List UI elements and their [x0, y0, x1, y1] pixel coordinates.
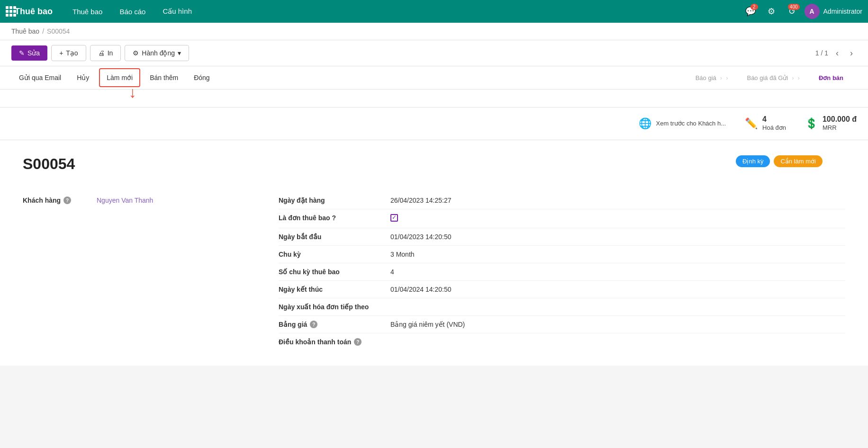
end-date-value: 01/04/2024 14:20:50	[390, 286, 451, 293]
start-date-label: Ngày bắt đầu	[279, 233, 383, 241]
money-icon: 💲	[805, 117, 818, 130]
edit-doc-icon: ✏️	[745, 117, 758, 130]
edit-label: Sửa	[27, 49, 40, 57]
subscription-label: Là đơn thuê bao ?	[279, 214, 383, 222]
toolbar: ✎ Sửa + Tạo 🖨 In ⚙ Hành động ▾ 1 / 1 ‹ ›	[0, 40, 868, 66]
nav-link-thue-bao[interactable]: Thuê bao	[64, 0, 111, 23]
step-arrow-1: ›	[720, 74, 722, 81]
doc-badges: Định kỳ Cần làm mới	[736, 155, 823, 167]
invoices-item[interactable]: ✏️ 4 Hoá đơn	[745, 115, 786, 132]
customer-field: Khách hàng ? Nguyen Van Thanh	[23, 192, 260, 209]
nav-link-cau-hinh[interactable]: Cấu hình	[154, 0, 200, 23]
top-navigation: Thuê bao Thuê bao Báo cáo Cấu hình 💬 2 ⚙…	[0, 0, 868, 23]
payment-terms-label: Điều khoản thanh toán ?	[279, 338, 383, 346]
end-date-field: Ngày kết thúc 01/04/2024 14:20:50	[279, 281, 845, 298]
user-avatar[interactable]: A	[805, 4, 820, 19]
document-number: S00054	[23, 155, 75, 173]
subscription-value	[390, 214, 398, 223]
brand-title: Thuê bao	[15, 7, 53, 17]
subscription-field: Là đơn thuê bao ?	[279, 209, 845, 228]
nav-links: Thuê bao Báo cáo Cấu hình	[64, 0, 200, 23]
fields-left: Khách hàng ? Nguyen Van Thanh	[23, 192, 260, 350]
print-button[interactable]: 🖨 In	[90, 45, 121, 61]
mrr-num: 100.000 đ	[823, 115, 857, 124]
step-order-label: Đơn bán	[819, 74, 843, 81]
edit-button[interactable]: ✎ Sửa	[11, 45, 47, 61]
step-arrow-2: ›	[792, 74, 794, 81]
preview-label: Xem trước cho Khách h...	[656, 119, 726, 128]
nav-link-bao-cao[interactable]: Báo cáo	[111, 0, 154, 23]
user-name[interactable]: Administrator	[823, 8, 862, 15]
chat-icon-btn[interactable]: 💬 2	[742, 3, 759, 20]
step-quote-label: Báo giá	[696, 74, 716, 81]
cancel-button[interactable]: Hủy	[69, 68, 97, 87]
mrr-item[interactable]: 💲 100.000 đ MRR	[805, 115, 857, 132]
action-label: Hành động	[142, 49, 175, 57]
globe-icon: 🌐	[639, 117, 651, 130]
end-date-label: Ngày kết thúc	[279, 286, 383, 293]
badge-dinh-ky: Định kỳ	[736, 155, 770, 167]
fields-right: Ngày đặt hàng 26/04/2023 14:25:27 Là đơn…	[279, 192, 845, 350]
breadcrumb: Thuê bao / S00054	[0, 23, 868, 40]
doc-header-row: S00054 Định kỳ Cần làm mới	[23, 155, 845, 177]
email-button[interactable]: Gửi qua Email	[11, 68, 69, 87]
payment-terms-help-icon[interactable]: ?	[354, 338, 362, 346]
annotation-area: ↓	[0, 90, 868, 108]
red-arrow-annotation: ↓	[129, 85, 136, 100]
cycle-field: Chu kỳ 3 Month	[279, 246, 845, 263]
grid-menu-icon[interactable]	[6, 9, 10, 14]
subscription-count-field: Số chu kỳ thuê bao 4	[279, 263, 845, 281]
invoices-num: 4	[762, 115, 786, 124]
info-bar: 🌐 Xem trước cho Khách h... ✏️ 4 Hoá đơn …	[0, 108, 868, 140]
chat-badge: 2	[750, 4, 758, 10]
customer-label-text: Khách hàng	[23, 197, 61, 204]
main-content: 🌐 Xem trước cho Khách h... ✏️ 4 Hoá đơn …	[0, 108, 868, 366]
clock-icon-btn[interactable]: ↺ 400	[784, 3, 801, 20]
chevron-down-icon: ▾	[178, 49, 181, 57]
step-sent-label: Báo giá đã Gửi	[747, 74, 788, 81]
nav-right: 💬 2 ⚙ ↺ 400 A Administrator	[742, 3, 862, 20]
invoices-info: 4 Hoá đơn	[762, 115, 786, 132]
fields-section: Khách hàng ? Nguyen Van Thanh Ngày đặt h…	[23, 192, 845, 350]
badge-can-lam-moi: Cần làm mới	[774, 155, 823, 167]
prev-arrow[interactable]: ‹	[832, 46, 842, 60]
preview-item[interactable]: 🌐 Xem trước cho Khách h...	[639, 117, 726, 130]
next-invoice-label: Ngày xuất hóa đơn tiếp theo	[279, 303, 383, 311]
price-list-label: Bảng giá ?	[279, 321, 383, 328]
step-sent[interactable]: Báo giá đã Gửi ›	[737, 69, 809, 87]
breadcrumb-current: S00054	[47, 27, 70, 35]
action-button[interactable]: ⚙ Hành động ▾	[125, 45, 189, 61]
subscription-count-label: Số chu kỳ thuê bao	[279, 268, 383, 276]
close-button[interactable]: Đóng	[186, 68, 217, 87]
subscription-checkbox[interactable]	[390, 214, 398, 222]
printer-icon: 🖨	[98, 49, 105, 57]
plus-icon: +	[59, 49, 63, 57]
gear-icon: ⚙	[133, 49, 139, 57]
invoices-label: Hoá đơn	[762, 124, 786, 132]
settings-icon-btn[interactable]: ⚙	[763, 3, 780, 20]
customer-help-icon[interactable]: ?	[63, 197, 71, 204]
mrr-label: MRR	[823, 124, 857, 132]
order-date-field: Ngày đặt hàng 26/04/2023 14:25:27	[279, 192, 845, 209]
print-label: In	[108, 49, 113, 57]
next-arrow[interactable]: ›	[846, 46, 857, 60]
pagination-text: 1 / 1	[815, 49, 828, 57]
create-label: Tạo	[66, 49, 78, 57]
price-list-field: Bảng giá ? Bảng giá niêm yết (VND)	[279, 316, 845, 333]
edit-icon: ✎	[19, 49, 25, 57]
cycle-value: 3 Month	[390, 251, 415, 258]
price-list-help-icon[interactable]: ?	[310, 321, 317, 328]
start-date-value: 01/04/2023 14:20:50	[390, 233, 451, 241]
step-order[interactable]: Đơn bán	[809, 69, 857, 87]
create-button[interactable]: + Tạo	[51, 45, 86, 61]
document-content: S00054 Định kỳ Cần làm mới Khách hàng ? …	[0, 140, 868, 366]
cycle-label: Chu kỳ	[279, 251, 383, 258]
mrr-info: 100.000 đ MRR	[823, 115, 857, 132]
order-date-label: Ngày đặt hàng	[279, 197, 383, 204]
pagination-area: 1 / 1 ‹ ›	[815, 46, 857, 60]
sell-more-button[interactable]: Bán thêm	[142, 68, 186, 87]
breadcrumb-parent[interactable]: Thuê bao	[11, 27, 39, 35]
customer-value[interactable]: Nguyen Van Thanh	[97, 197, 260, 204]
step-quote[interactable]: Báo giá ›	[686, 69, 738, 87]
next-invoice-field: Ngày xuất hóa đơn tiếp theo	[279, 298, 845, 316]
